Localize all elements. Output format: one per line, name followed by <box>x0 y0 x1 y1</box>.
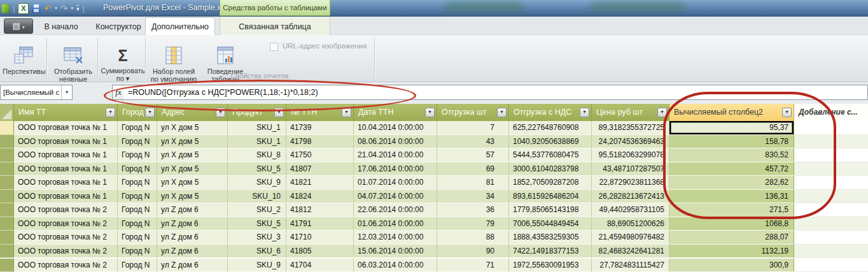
table-cell[interactable]: ул X дом 5 <box>157 190 228 204</box>
table-cell[interactable]: 27,7824831115427 <box>592 259 669 272</box>
column-header-produkt[interactable]: Продукт▾ <box>228 104 286 121</box>
table-cell[interactable]: 10.04.2014 0:00:00 <box>354 121 437 135</box>
table-cell[interactable]: 49,4402958731105 <box>592 203 669 217</box>
table-cell[interactable]: 88 <box>437 231 509 245</box>
add-column-cell[interactable] <box>794 217 868 231</box>
table-cell[interactable]: 24,2074536369463 <box>592 135 669 149</box>
add-column-cell[interactable] <box>794 148 868 162</box>
table-cell[interactable]: SKU_9 <box>228 176 286 190</box>
table-cell[interactable]: Город N <box>118 148 157 162</box>
calculated-cell[interactable]: 282,62 <box>669 176 794 190</box>
table-cell[interactable]: 43 <box>437 135 509 149</box>
table-cell[interactable]: 21.04.2014 0:00:00 <box>354 148 437 162</box>
table-cell[interactable]: 7422,14918377153 <box>509 245 592 259</box>
table-cell[interactable]: ООО торговая точка № 1 <box>14 190 118 204</box>
table-cell[interactable]: 1888,43583259305 <box>509 231 592 245</box>
row-selector[interactable] <box>0 121 14 135</box>
table-cell[interactable]: ул X дом 5 <box>157 176 228 190</box>
table-cell[interactable]: 1779,85065143198 <box>509 203 592 217</box>
table-cell[interactable]: 41704 <box>286 259 354 272</box>
table-cell[interactable]: ООО торговая точка № 1 <box>14 148 118 162</box>
table-cell[interactable]: Город N <box>118 162 157 176</box>
tab-advanced[interactable]: Дополнительно <box>145 17 215 35</box>
table-cell[interactable]: SKU_3 <box>228 231 286 245</box>
add-column-cell[interactable] <box>794 259 868 272</box>
table-cell[interactable]: 04.07.2014 0:00:00 <box>354 190 437 204</box>
table-cell[interactable]: ул Z дом 6 <box>157 203 228 217</box>
table-cell[interactable]: SKU_10 <box>228 190 286 204</box>
column-header-cena[interactable]: Цена руб шт▾ <box>592 104 669 121</box>
table-cell[interactable]: 71 <box>437 259 509 272</box>
table-cell[interactable]: ООО торговая точка № 1 <box>14 121 118 135</box>
table-cell[interactable]: SKU_5 <box>228 162 286 176</box>
row-selector[interactable] <box>0 259 14 272</box>
table-cell[interactable]: ул Z дом 6 <box>157 259 228 272</box>
column-header-gorod[interactable]: Город▾ <box>118 104 157 121</box>
table-cell[interactable]: 90 <box>437 245 509 259</box>
filter-icon[interactable]: ▾ <box>145 108 155 117</box>
add-column-cell[interactable] <box>794 135 868 149</box>
table-cell[interactable]: ул Z дом 6 <box>157 217 228 231</box>
filter-icon[interactable]: ▾ <box>216 108 225 117</box>
calculated-cell[interactable]: 457,72 <box>669 162 794 176</box>
table-cell[interactable]: Город N <box>118 259 157 272</box>
column-header-otgruzka-nds[interactable]: Отгрузка с НДС▾ <box>509 104 592 121</box>
table-cell[interactable]: SKU_9 <box>228 259 286 272</box>
table-cell[interactable]: SKU_2 <box>228 203 286 217</box>
add-column-header[interactable]: Добавление с... <box>794 104 868 121</box>
row-selector[interactable] <box>0 190 14 204</box>
table-cell[interactable]: ул Z дом 6 <box>157 245 228 259</box>
calculated-cell[interactable]: 136,31 <box>669 190 794 204</box>
table-cell[interactable]: 41710 <box>286 231 354 245</box>
table-cell[interactable]: 625,227648760908 <box>509 121 592 135</box>
calculated-cell[interactable]: 830,52 <box>669 148 794 162</box>
qat-customize-icon[interactable]: ▾ <box>76 5 80 11</box>
filter-icon[interactable]: ▾ <box>425 108 435 117</box>
table-cell[interactable]: ул X дом 5 <box>157 135 228 149</box>
file-menu-button[interactable]: ▤ ▾ <box>4 18 33 34</box>
column-header-ttn[interactable]: № ТТН▾ <box>286 104 354 121</box>
row-selector[interactable] <box>0 176 14 190</box>
table-cell[interactable]: ООО торговая точка № 2 <box>14 245 118 259</box>
row-selector[interactable] <box>0 203 14 217</box>
table-cell[interactable]: Город N <box>118 203 157 217</box>
row-selector[interactable] <box>0 217 14 231</box>
table-cell[interactable]: 95,5182063299078 <box>592 148 669 162</box>
table-cell[interactable]: 06.03.2014 0:00:00 <box>354 259 437 272</box>
filter-icon[interactable]: ▾ <box>580 108 589 117</box>
table-cell[interactable]: Город N <box>118 121 157 135</box>
calculated-cell[interactable]: 158,78 <box>669 135 794 149</box>
add-column-cell[interactable] <box>794 245 868 259</box>
table-cell[interactable]: SKU_8 <box>228 148 286 162</box>
table-cell[interactable]: 12.03.2014 0:00:00 <box>354 231 437 245</box>
table-cell[interactable]: 41824 <box>286 190 354 204</box>
add-column-cell[interactable] <box>794 231 868 245</box>
table-cell[interactable]: 41798 <box>286 135 354 149</box>
table-cell[interactable]: 41807 <box>286 162 354 176</box>
table-cell[interactable]: 88,69051200626 <box>592 217 669 231</box>
table-cell[interactable]: 7 <box>437 121 509 135</box>
table-cell[interactable]: ООО торговая точка № 2 <box>14 231 118 245</box>
perspectives-button[interactable]: Перспективы <box>3 37 45 79</box>
table-cell[interactable]: 41805 <box>286 245 354 259</box>
table-cell[interactable]: 41791 <box>286 217 354 231</box>
undo-icon[interactable]: ↶ <box>44 4 52 13</box>
tab-linked-table[interactable]: Связанная таблица <box>220 18 330 35</box>
row-selector[interactable] <box>0 162 14 176</box>
table-cell[interactable]: ул X дом 5 <box>157 148 228 162</box>
table-cell[interactable]: 69 <box>437 162 509 176</box>
table-cell[interactable]: 7006,55044849454 <box>509 217 592 231</box>
table-cell[interactable]: 1040,92050638869 <box>509 135 592 149</box>
table-cell[interactable]: SKU_6 <box>228 245 286 259</box>
name-box[interactable]: [Вычисляемый с ▾ <box>0 85 73 100</box>
filter-icon[interactable]: ▾ <box>657 108 667 117</box>
table-cell[interactable]: 41750 <box>286 148 354 162</box>
table-cell[interactable]: 01.06.2014 0:00:00 <box>354 217 437 231</box>
table-cell[interactable]: 17.06.2014 0:00:00 <box>354 162 437 176</box>
table-cell[interactable]: 43,487107287507 <box>592 162 669 176</box>
column-header-otgruzka-sht[interactable]: Отгрузка шт▾ <box>437 104 509 121</box>
table-cell[interactable]: ООО торговая точка № 1 <box>14 176 118 190</box>
add-column-cell[interactable] <box>794 121 868 135</box>
row-selector[interactable] <box>0 135 14 149</box>
excel-icon[interactable]: X <box>18 3 29 14</box>
